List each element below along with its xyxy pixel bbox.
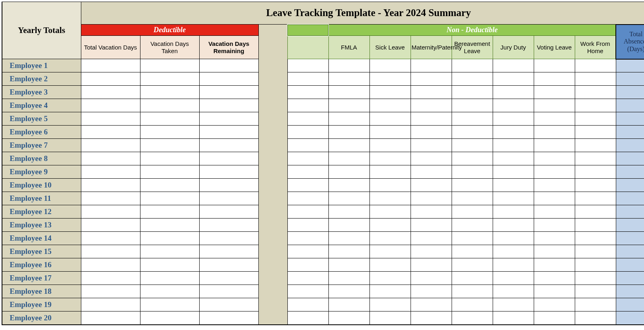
cell-vacation-taken[interactable]: [140, 311, 199, 325]
cell-vacation-remain[interactable]: [199, 298, 258, 311]
cell-voting[interactable]: [534, 311, 575, 325]
cell-total-absences[interactable]: [616, 272, 644, 285]
cell-maternity[interactable]: [411, 112, 452, 126]
cell-nd-blank[interactable]: [287, 112, 328, 126]
cell-voting[interactable]: [534, 179, 575, 192]
cell-sick[interactable]: [369, 219, 411, 232]
cell-maternity[interactable]: [411, 219, 452, 232]
cell-maternity[interactable]: [411, 165, 452, 179]
cell-vacation-remain[interactable]: [199, 59, 258, 72]
cell-vacation-remain[interactable]: [199, 232, 258, 245]
cell-fmla[interactable]: [328, 311, 369, 325]
cell-fmla[interactable]: [328, 285, 369, 298]
cell-vacation-taken[interactable]: [140, 165, 199, 179]
cell-wfh[interactable]: [575, 179, 616, 192]
cell-vacation-taken[interactable]: [140, 112, 199, 126]
cell-wfh[interactable]: [575, 258, 616, 272]
cell-fmla[interactable]: [328, 245, 369, 258]
cell-nd-blank[interactable]: [287, 272, 328, 285]
cell-bereavement[interactable]: [452, 99, 493, 112]
cell-vacation-remain[interactable]: [199, 219, 258, 232]
cell-fmla[interactable]: [328, 86, 369, 99]
cell-vacation-remain[interactable]: [199, 72, 258, 86]
cell-maternity[interactable]: [411, 232, 452, 245]
cell-wfh[interactable]: [575, 86, 616, 99]
cell-nd-blank[interactable]: [287, 179, 328, 192]
cell-vacation-taken[interactable]: [140, 139, 199, 152]
cell-total-absences[interactable]: [616, 285, 644, 298]
cell-maternity[interactable]: [411, 245, 452, 258]
cell-jury[interactable]: [493, 126, 534, 139]
cell-sick[interactable]: [369, 285, 411, 298]
cell-nd-blank[interactable]: [287, 192, 328, 205]
cell-voting[interactable]: [534, 258, 575, 272]
cell-voting[interactable]: [534, 232, 575, 245]
cell-vacation-remain[interactable]: [199, 311, 258, 325]
cell-vacation-taken[interactable]: [140, 285, 199, 298]
cell-maternity[interactable]: [411, 99, 452, 112]
cell-voting[interactable]: [534, 272, 575, 285]
cell-jury[interactable]: [493, 219, 534, 232]
cell-maternity[interactable]: [411, 72, 452, 86]
cell-total-absences[interactable]: [616, 139, 644, 152]
cell-bereavement[interactable]: [452, 232, 493, 245]
cell-total-absences[interactable]: [616, 165, 644, 179]
cell-total-absences[interactable]: [616, 126, 644, 139]
cell-total-vacation[interactable]: [81, 152, 140, 165]
cell-vacation-remain[interactable]: [199, 152, 258, 165]
cell-sick[interactable]: [369, 311, 411, 325]
cell-total-absences[interactable]: [616, 298, 644, 311]
cell-voting[interactable]: [534, 165, 575, 179]
cell-vacation-taken[interactable]: [140, 179, 199, 192]
cell-vacation-taken[interactable]: [140, 232, 199, 245]
cell-bereavement[interactable]: [452, 86, 493, 99]
cell-total-absences[interactable]: [616, 311, 644, 325]
cell-wfh[interactable]: [575, 99, 616, 112]
cell-nd-blank[interactable]: [287, 72, 328, 86]
cell-voting[interactable]: [534, 205, 575, 219]
cell-vacation-taken[interactable]: [140, 99, 199, 112]
cell-jury[interactable]: [493, 272, 534, 285]
cell-vacation-taken[interactable]: [140, 86, 199, 99]
cell-nd-blank[interactable]: [287, 59, 328, 72]
cell-maternity[interactable]: [411, 192, 452, 205]
cell-fmla[interactable]: [328, 99, 369, 112]
cell-bereavement[interactable]: [452, 192, 493, 205]
cell-sick[interactable]: [369, 152, 411, 165]
cell-wfh[interactable]: [575, 112, 616, 126]
cell-vacation-remain[interactable]: [199, 165, 258, 179]
cell-wfh[interactable]: [575, 285, 616, 298]
cell-voting[interactable]: [534, 139, 575, 152]
cell-nd-blank[interactable]: [287, 232, 328, 245]
cell-jury[interactable]: [493, 179, 534, 192]
cell-vacation-taken[interactable]: [140, 152, 199, 165]
cell-bereavement[interactable]: [452, 311, 493, 325]
cell-voting[interactable]: [534, 86, 575, 99]
cell-sick[interactable]: [369, 205, 411, 219]
cell-total-vacation[interactable]: [81, 86, 140, 99]
cell-fmla[interactable]: [328, 272, 369, 285]
cell-fmla[interactable]: [328, 139, 369, 152]
cell-jury[interactable]: [493, 152, 534, 165]
cell-wfh[interactable]: [575, 272, 616, 285]
cell-vacation-taken[interactable]: [140, 126, 199, 139]
cell-vacation-remain[interactable]: [199, 99, 258, 112]
cell-vacation-remain[interactable]: [199, 285, 258, 298]
cell-jury[interactable]: [493, 298, 534, 311]
cell-maternity[interactable]: [411, 86, 452, 99]
cell-nd-blank[interactable]: [287, 245, 328, 258]
cell-bereavement[interactable]: [452, 126, 493, 139]
cell-total-vacation[interactable]: [81, 126, 140, 139]
cell-bereavement[interactable]: [452, 59, 493, 72]
cell-jury[interactable]: [493, 258, 534, 272]
cell-sick[interactable]: [369, 59, 411, 72]
cell-total-absences[interactable]: [616, 258, 644, 272]
cell-nd-blank[interactable]: [287, 126, 328, 139]
cell-total-absences[interactable]: [616, 59, 644, 72]
cell-total-absences[interactable]: [616, 112, 644, 126]
cell-nd-blank[interactable]: [287, 99, 328, 112]
cell-bereavement[interactable]: [452, 72, 493, 86]
cell-fmla[interactable]: [328, 192, 369, 205]
cell-vacation-remain[interactable]: [199, 126, 258, 139]
cell-vacation-remain[interactable]: [199, 179, 258, 192]
